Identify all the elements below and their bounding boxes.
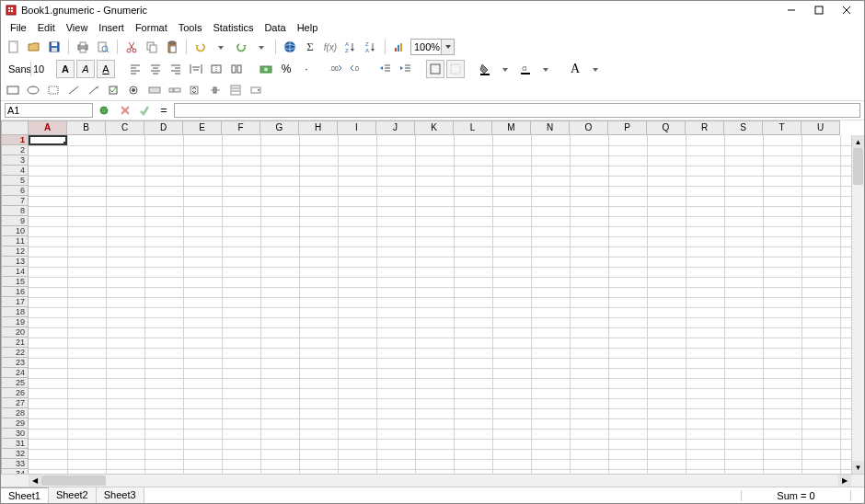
horizontal-scrollbar[interactable]: ◀ ▶ xyxy=(29,475,851,487)
cut-icon[interactable] xyxy=(122,38,141,56)
row-header-29[interactable]: 29 xyxy=(1,418,29,429)
row-header-12[interactable]: 12 xyxy=(1,246,29,257)
merge-cells-icon[interactable] xyxy=(207,60,225,78)
button-icon[interactable] xyxy=(146,82,163,98)
select-all-corner[interactable] xyxy=(1,120,29,135)
row-header-32[interactable]: 32 xyxy=(1,449,29,459)
row-header-3[interactable]: 3 xyxy=(1,155,29,166)
column-header-P[interactable]: P xyxy=(608,120,647,135)
maximize-button[interactable] xyxy=(805,2,833,18)
row-header-16[interactable]: 16 xyxy=(1,287,29,297)
underline-button[interactable]: A xyxy=(97,60,115,78)
row-header-8[interactable]: 8 xyxy=(1,206,29,216)
row-header-9[interactable]: 9 xyxy=(1,216,29,226)
column-header-J[interactable]: J xyxy=(376,120,415,135)
minimize-button[interactable] xyxy=(778,2,805,18)
align-center-icon[interactable] xyxy=(146,60,165,78)
arrow-icon[interactable] xyxy=(86,82,102,98)
line-icon[interactable] xyxy=(65,82,82,98)
row-header-13[interactable]: 13 xyxy=(1,257,29,267)
increase-decimals-icon[interactable]: .00 xyxy=(327,60,345,78)
print-preview-icon[interactable] xyxy=(94,38,112,56)
row-header-24[interactable]: 24 xyxy=(1,368,29,378)
scrollbar-icon[interactable] xyxy=(167,82,183,98)
row-header-19[interactable]: 19 xyxy=(1,317,29,327)
cells-area[interactable] xyxy=(29,135,851,474)
menu-tools[interactable]: Tools xyxy=(173,20,208,35)
vertical-scrollbar[interactable]: ▲ ▼ xyxy=(851,135,864,474)
column-header-E[interactable]: E xyxy=(183,120,222,135)
row-header-25[interactable]: 25 xyxy=(1,378,29,388)
bold-button[interactable]: A xyxy=(56,60,75,78)
open-icon[interactable] xyxy=(25,38,43,56)
redo-icon[interactable] xyxy=(232,38,250,56)
column-header-F[interactable]: F xyxy=(222,120,260,135)
row-header-1[interactable]: 1 xyxy=(1,135,29,145)
row-header-7[interactable]: 7 xyxy=(1,196,29,206)
cell-reference-input[interactable] xyxy=(5,103,93,118)
row-header-30[interactable]: 30 xyxy=(1,429,29,439)
column-header-M[interactable]: M xyxy=(492,120,531,135)
row-header-6[interactable]: 6 xyxy=(1,186,29,196)
row-header-20[interactable]: 20 xyxy=(1,327,29,338)
menu-edit[interactable]: Edit xyxy=(32,20,61,35)
undo-icon[interactable] xyxy=(191,38,210,56)
row-header-17[interactable]: 17 xyxy=(1,297,29,307)
column-header-I[interactable]: I xyxy=(338,120,376,135)
italic-button[interactable]: A xyxy=(76,60,95,78)
font-text-icon[interactable]: A xyxy=(566,60,584,78)
sheet-tab-sheet2[interactable]: Sheet2 xyxy=(49,487,97,503)
align-right-icon[interactable] xyxy=(167,60,185,78)
column-header-L[interactable]: L xyxy=(454,120,492,135)
column-header-N[interactable]: N xyxy=(531,120,570,135)
column-header-D[interactable]: D xyxy=(144,120,183,135)
ellipse-icon[interactable] xyxy=(25,82,41,98)
row-header-34[interactable]: 34 xyxy=(1,469,29,474)
menu-file[interactable]: File xyxy=(5,20,32,35)
scroll-up-icon[interactable]: ▲ xyxy=(852,135,864,148)
row-header-2[interactable]: 2 xyxy=(1,145,29,155)
row-header-14[interactable]: 14 xyxy=(1,267,29,277)
zoom-value[interactable]: 100% xyxy=(411,41,441,52)
column-header-Q[interactable]: Q xyxy=(647,120,686,135)
row-header-26[interactable]: 26 xyxy=(1,388,29,398)
menu-help[interactable]: Help xyxy=(292,20,324,35)
hyperlink-icon[interactable] xyxy=(281,38,299,56)
column-header-R[interactable]: R xyxy=(686,120,724,135)
accept-icon[interactable] xyxy=(137,103,154,118)
column-header-C[interactable]: C xyxy=(106,120,144,135)
column-header-B[interactable]: B xyxy=(67,120,106,135)
scroll-right-icon[interactable]: ▶ xyxy=(838,475,851,487)
scroll-down-icon[interactable]: ▼ xyxy=(852,461,864,474)
copy-icon[interactable] xyxy=(143,38,161,56)
frame-icon[interactable] xyxy=(45,82,62,98)
sum-icon[interactable]: Σ xyxy=(301,38,319,56)
status-sum[interactable]: Sum = 0 xyxy=(741,490,851,501)
column-header-A[interactable]: A xyxy=(29,120,67,135)
save-icon[interactable] xyxy=(45,38,63,56)
center-across-icon[interactable] xyxy=(187,60,205,78)
vscroll-thumb[interactable] xyxy=(853,148,863,185)
decrease-decimals-icon[interactable]: .0 xyxy=(347,60,365,78)
borders-clear-icon[interactable] xyxy=(446,60,465,78)
column-header-T[interactable]: T xyxy=(763,120,802,135)
list-icon[interactable] xyxy=(227,82,244,98)
new-icon[interactable] xyxy=(5,38,23,56)
menu-statistics[interactable]: Statistics xyxy=(207,20,259,35)
menu-format[interactable]: Format xyxy=(130,20,173,35)
font-name-field[interactable]: Sans xyxy=(5,62,29,76)
split-cells-icon[interactable] xyxy=(227,60,246,78)
fill-color-icon[interactable] xyxy=(476,60,494,78)
rectangle-icon[interactable] xyxy=(5,82,21,98)
function-icon[interactable]: f(x) xyxy=(321,38,340,56)
font-size-field[interactable]: 10 xyxy=(30,62,47,76)
goto-icon[interactable] xyxy=(97,103,113,118)
row-header-28[interactable]: 28 xyxy=(1,408,29,418)
slider-icon[interactable] xyxy=(207,82,224,98)
borders-icon[interactable] xyxy=(426,60,444,78)
thousands-icon[interactable]: · xyxy=(297,60,316,78)
row-header-22[interactable]: 22 xyxy=(1,348,29,358)
font-dropdown-icon[interactable] xyxy=(586,60,605,78)
font-color-dropdown-icon[interactable] xyxy=(536,60,555,78)
font-color-icon[interactable]: ɑ xyxy=(516,60,535,78)
